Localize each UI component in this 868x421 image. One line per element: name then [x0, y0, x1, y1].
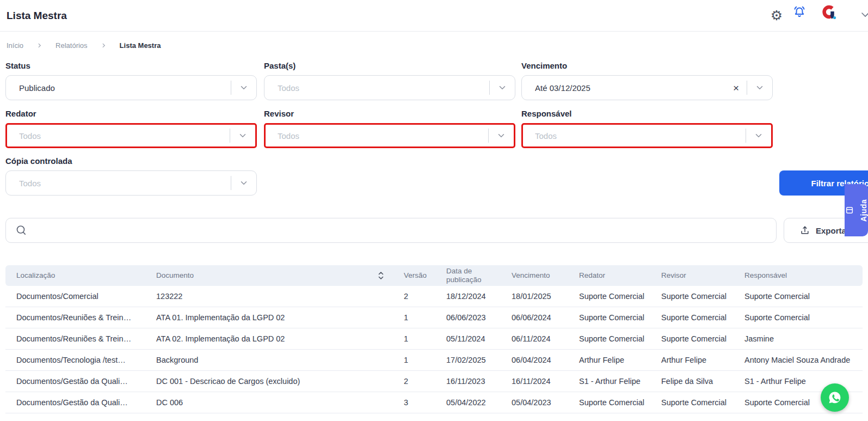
vencimento-value: Até 03/12/2025	[535, 83, 730, 93]
chevron-down-icon[interactable]	[490, 83, 515, 93]
cell-data-publicacao: 06/06/2023	[435, 307, 501, 328]
pastas-label: Pasta(s)	[264, 61, 515, 70]
chevron-down-icon[interactable]	[230, 131, 255, 141]
table-row[interactable]: Documentos/Reuniões & Trein… ATA 02. Imp…	[5, 328, 863, 350]
cell-responsavel: Suporte Comercial	[734, 286, 863, 307]
filter-copia-controlada: Cópia controlada Todos	[5, 156, 257, 196]
app-logo[interactable]	[821, 4, 837, 22]
chevron-right-icon	[101, 42, 107, 48]
col-data-publicacao: Data de publicação	[435, 265, 501, 286]
cell-vencimento: 05/04/2023	[501, 392, 568, 413]
cell-localizacao: Documentos/Comercial	[5, 286, 145, 307]
cell-versao: 2	[393, 371, 435, 392]
breadcrumb-inicio[interactable]: Início	[7, 41, 23, 50]
chevron-down-icon[interactable]	[859, 8, 868, 23]
pastas-select[interactable]: Todos	[264, 75, 515, 100]
cell-responsavel: Suporte Comercial	[734, 307, 863, 328]
table-row[interactable]: Documentos/Gestão da Quali… DC 001 - Des…	[5, 371, 863, 392]
cell-documento[interactable]: DC 006	[145, 392, 393, 413]
cell-redator: Arthur Felipe	[568, 350, 650, 371]
responsavel-placeholder: Todos	[535, 131, 746, 141]
cell-documento[interactable]: DC 001 - Descricao de Cargos (excluido)	[145, 371, 393, 392]
revisor-label: Revisor	[264, 109, 515, 118]
cell-documento[interactable]: Background	[145, 350, 393, 371]
breadcrumb-relatorios[interactable]: Relatórios	[56, 41, 88, 50]
help-tab[interactable]: Ajuda	[845, 184, 868, 236]
bell-icon[interactable]	[792, 5, 807, 21]
chevron-down-icon[interactable]	[746, 131, 771, 141]
cell-documento[interactable]: ATA 01. Implementação da LGPD 02	[145, 307, 393, 328]
breadcrumb-lista-mestra: Lista Mestra	[120, 41, 161, 50]
filter-responsavel: Responsável Todos	[521, 109, 773, 148]
upload-icon	[799, 225, 810, 236]
redator-select[interactable]: Todos	[5, 123, 257, 148]
status-select[interactable]: Publicado	[5, 75, 257, 100]
cell-data-publicacao: 17/02/2025	[435, 350, 501, 371]
chevron-down-icon[interactable]	[231, 83, 256, 93]
cell-revisor: Felipe da Silva	[650, 371, 734, 392]
filter-vencimento: Vencimento Até 03/12/2025 ×	[521, 61, 773, 100]
cell-redator: Suporte Comercial	[568, 286, 650, 307]
col-localizacao: Localização	[5, 265, 145, 286]
copia-select[interactable]: Todos	[5, 170, 257, 196]
whatsapp-icon[interactable]	[821, 383, 849, 412]
cell-versao: 1	[393, 350, 435, 371]
gear-icon[interactable]: ⚙	[769, 4, 784, 26]
chevron-down-icon[interactable]	[231, 178, 256, 188]
cell-documento[interactable]: 123222	[145, 286, 393, 307]
cell-redator: S1 - Arthur Felipe	[568, 371, 650, 392]
col-revisor: Revisor	[650, 265, 734, 286]
cell-vencimento: 16/11/2024	[501, 371, 568, 392]
cell-localizacao: Documentos/Tecnologia /test…	[5, 350, 145, 371]
copia-placeholder: Todos	[19, 179, 231, 188]
vencimento-select[interactable]: Até 03/12/2025 ×	[521, 75, 773, 100]
status-value: Publicado	[19, 83, 231, 93]
col-versao: Versão	[393, 265, 435, 286]
table-row[interactable]: Documentos/Gestão da Quali… DC 006 3 05/…	[5, 392, 863, 413]
pastas-placeholder: Todos	[278, 83, 489, 93]
revisor-select[interactable]: Todos	[264, 123, 515, 148]
cell-redator: Suporte Comercial	[568, 392, 650, 413]
cell-vencimento: 06/06/2024	[501, 307, 568, 328]
filter-pastas: Pasta(s) Todos	[264, 61, 515, 100]
cell-versao: 2	[393, 286, 435, 307]
copia-label: Cópia controlada	[5, 156, 257, 166]
cell-redator: Suporte Comercial	[568, 328, 650, 350]
cell-responsavel: Antony Maciel Souza Andrade	[734, 350, 863, 371]
chevron-down-icon[interactable]	[747, 83, 772, 93]
table-row[interactable]: Documentos/Reuniões & Trein… ATA 01. Imp…	[5, 307, 863, 328]
search-icon	[15, 224, 28, 237]
cell-vencimento: 06/11/2024	[501, 328, 568, 350]
search-bar[interactable]	[5, 218, 777, 243]
search-input[interactable]	[33, 219, 776, 242]
responsavel-select[interactable]: Todos	[521, 123, 773, 148]
col-vencimento: Vencimento	[501, 265, 568, 286]
sort-icon[interactable]	[378, 271, 384, 280]
lista-mestra-page: Lista Mestra ⚙ Início Relatórios Lis	[0, 0, 868, 421]
page-title: Lista Mestra	[7, 0, 67, 31]
chevron-down-icon[interactable]	[489, 131, 514, 141]
cell-vencimento: 06/04/2024	[501, 350, 568, 371]
clear-icon[interactable]: ×	[730, 83, 747, 93]
cell-versao: 1	[393, 307, 435, 328]
cell-localizacao: Documentos/Reuniões & Trein…	[5, 328, 145, 350]
cell-revisor: Suporte Comercial	[650, 328, 734, 350]
status-label: Status	[5, 61, 257, 70]
table-header-row: Localização Documento Versão Data de pub…	[5, 265, 863, 286]
redator-label: Redator	[5, 109, 257, 118]
cell-revisor: Suporte Comercial	[650, 307, 734, 328]
documents-table: Localização Documento Versão Data de pub…	[5, 265, 863, 413]
chevron-right-icon	[36, 42, 42, 48]
cell-documento[interactable]: ATA 02. Implementação da LGPD 02	[145, 328, 393, 350]
cell-vencimento: 18/01/2025	[501, 286, 568, 307]
top-bar: Lista Mestra ⚙	[0, 0, 868, 32]
table-row[interactable]: Documentos/Comercial 123222 2 18/12/2024…	[5, 286, 863, 307]
col-responsavel: Responsável	[734, 265, 863, 286]
filter-revisor: Revisor Todos	[264, 109, 515, 148]
table-row[interactable]: Documentos/Tecnologia /test… Background …	[5, 350, 863, 371]
col-redator: Redator	[568, 265, 650, 286]
col-documento[interactable]: Documento	[145, 265, 393, 286]
cell-versao: 1	[393, 328, 435, 350]
book-icon	[846, 205, 854, 215]
breadcrumb: Início Relatórios Lista Mestra	[7, 41, 161, 50]
